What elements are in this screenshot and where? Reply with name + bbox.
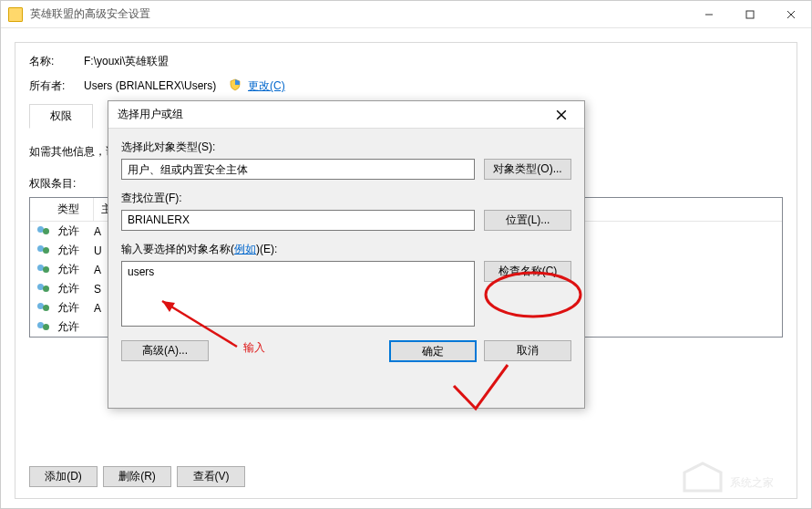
location-label: 查找位置(F): bbox=[121, 191, 571, 206]
users-icon bbox=[37, 226, 52, 237]
object-type-label: 选择此对象类型(S): bbox=[121, 140, 571, 155]
maximize-button[interactable] bbox=[729, 1, 770, 27]
dialog-body: 选择此对象类型(S): 用户、组或内置安全主体 对象类型(O)... 查找位置(… bbox=[108, 129, 584, 373]
col-type[interactable]: 类型 bbox=[30, 198, 94, 221]
object-name-input[interactable] bbox=[121, 261, 475, 327]
tab-permissions[interactable]: 权限 bbox=[29, 104, 93, 129]
shield-icon bbox=[229, 78, 242, 94]
window-title: 英雄联盟的高级安全设置 bbox=[30, 6, 688, 22]
row-type: 允许 bbox=[57, 300, 79, 316]
change-owner-link[interactable]: 更改(C) bbox=[248, 79, 285, 92]
location-field: BRIANLERX bbox=[121, 210, 475, 231]
object-name-label: 输入要选择的对象名称(例如)(E): bbox=[121, 242, 571, 257]
owner-text: Users (BRIANLERX\Users) bbox=[84, 79, 216, 92]
name-value: F:\youxi\英雄联盟 bbox=[84, 54, 783, 69]
row-type: 允许 bbox=[57, 262, 79, 277]
remove-button[interactable]: 删除(R) bbox=[103, 466, 171, 487]
row-type: 允许 bbox=[57, 243, 79, 258]
svg-rect-1 bbox=[746, 11, 754, 18]
cancel-button[interactable]: 取消 bbox=[484, 340, 571, 361]
users-icon bbox=[37, 245, 52, 256]
titlebar: 英雄联盟的高级安全设置 bbox=[1, 1, 811, 28]
owner-row: 所有者: Users (BRIANLERX\Users) 更改(C) bbox=[29, 78, 783, 94]
name-row: 名称: F:\youxi\英雄联盟 bbox=[29, 54, 783, 69]
users-icon bbox=[37, 284, 52, 295]
view-button[interactable]: 查看(V) bbox=[177, 466, 245, 487]
object-types-button[interactable]: 对象类型(O)... bbox=[484, 159, 571, 180]
ok-button[interactable]: 确定 bbox=[389, 340, 477, 362]
object-type-field: 用户、组或内置安全主体 bbox=[121, 159, 475, 180]
owner-value: Users (BRIANLERX\Users) 更改(C) bbox=[84, 78, 783, 94]
row-type: 允许 bbox=[57, 319, 79, 335]
users-icon bbox=[37, 303, 52, 314]
users-icon bbox=[37, 322, 52, 333]
dialog-close-button[interactable] bbox=[548, 105, 575, 125]
dialog-title: 选择用户或组 bbox=[118, 107, 548, 122]
check-names-button[interactable]: 检查名称(C) bbox=[484, 261, 571, 282]
example-link[interactable]: 例如 bbox=[234, 243, 256, 255]
object-name-label-suffix: )(E): bbox=[256, 243, 277, 255]
dialog-footer: 高级(A)... 确定 取消 bbox=[121, 340, 571, 362]
window-controls bbox=[688, 1, 811, 27]
advanced-button[interactable]: 高级(A)... bbox=[121, 340, 209, 361]
dialog-titlebar: 选择用户或组 bbox=[108, 101, 584, 129]
folder-icon bbox=[8, 7, 23, 22]
row-type: 允许 bbox=[57, 223, 79, 239]
users-icon bbox=[37, 265, 52, 275]
select-user-dialog: 选择用户或组 选择此对象类型(S): 用户、组或内置安全主体 对象类型(O)..… bbox=[108, 100, 585, 409]
minimize-button[interactable] bbox=[688, 1, 729, 27]
add-button[interactable]: 添加(D) bbox=[29, 466, 98, 487]
name-label: 名称: bbox=[29, 54, 84, 69]
owner-label: 所有者: bbox=[29, 78, 84, 94]
object-name-label-prefix: 输入要选择的对象名称( bbox=[121, 243, 234, 255]
bottom-buttons: 添加(D) 删除(R) 查看(V) bbox=[29, 466, 245, 487]
row-type: 允许 bbox=[57, 281, 79, 296]
close-button[interactable] bbox=[770, 1, 811, 27]
locations-button[interactable]: 位置(L)... bbox=[484, 210, 571, 231]
